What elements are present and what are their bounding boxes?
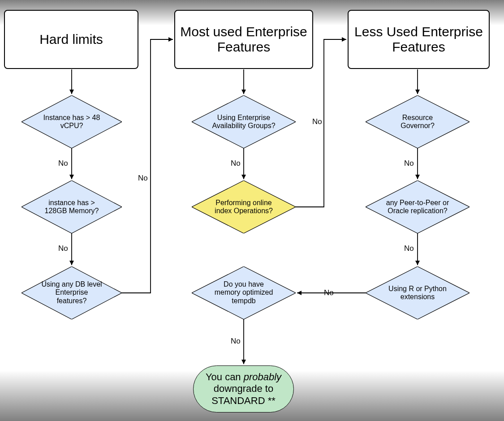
- decision-p2p-replication: any Peer-to-Peer or Oracle replication?: [366, 180, 470, 233]
- decision-label: Using Enterprise Availability Groups?: [211, 114, 276, 130]
- edge-label-no: No: [231, 159, 241, 168]
- decision-r-python-ext: Using R or Python extensions: [366, 266, 470, 319]
- terminator-text-post: downgrade to STANDARD **: [211, 383, 276, 406]
- decision-label: instance has > 128GB Memory?: [41, 199, 103, 215]
- edge-label-no: No: [324, 288, 334, 297]
- edge-label-no: No: [312, 117, 322, 126]
- header-most-used: Most used Enterprise Features: [174, 10, 313, 69]
- decision-memory: instance has > 128GB Memory?: [22, 180, 122, 233]
- decision-vcpu: Instance has > 48 vCPU?: [22, 95, 122, 148]
- decision-online-index: Performing online index Operations?: [192, 180, 296, 233]
- decision-availability-groups: Using Enterprise Availability Groups?: [192, 95, 296, 148]
- decision-label: Do you have memory optimized tempdb: [211, 280, 276, 305]
- decision-memopt-tempdb: Do you have memory optimized tempdb: [192, 266, 296, 319]
- header-label: Most used Enterprise Features: [177, 24, 310, 55]
- decision-label: Using R or Python extensions: [385, 285, 450, 301]
- decision-label: Using any DB level Enterprise features?: [41, 280, 103, 305]
- decision-db-level-features: Using any DB level Enterprise features?: [22, 266, 122, 319]
- flowchart-canvas: { "headers": { "col1": "Hard limits", "c…: [0, 0, 504, 421]
- edge-label-no: No: [404, 159, 414, 168]
- edge-label-no: No: [404, 244, 414, 253]
- header-label: Hard limits: [39, 32, 103, 47]
- header-hard-limits: Hard limits: [4, 10, 138, 69]
- decision-label: Performing online index Operations?: [211, 199, 276, 215]
- header-label: Less Used Enterprise Features: [350, 24, 487, 55]
- header-less-used: Less Used Enterprise Features: [348, 10, 490, 69]
- decision-resource-governor: Resource Governor?: [366, 95, 470, 148]
- terminator-downgrade: You can probably downgrade to STANDARD *…: [193, 365, 294, 412]
- edge-label-no: No: [138, 174, 148, 183]
- terminator-text-em: probably: [244, 371, 281, 382]
- decision-label: any Peer-to-Peer or Oracle replication?: [385, 199, 450, 215]
- edge-label-no: No: [231, 337, 241, 346]
- decision-label: Instance has > 48 vCPU?: [41, 114, 103, 130]
- terminator-text-pre: You can: [206, 371, 244, 382]
- decision-label: Resource Governor?: [385, 114, 450, 130]
- edge-label-no: No: [58, 244, 68, 253]
- edge-label-no: No: [58, 159, 68, 168]
